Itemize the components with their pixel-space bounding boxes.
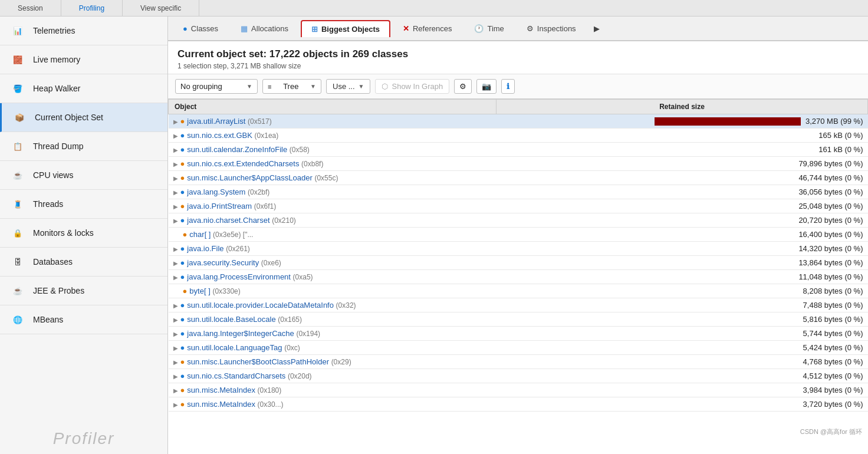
table-row[interactable]: ▶●java.io.PrintStream (0x6f1)25,048 byte… bbox=[169, 199, 868, 213]
sidebar-item-thread-dump[interactable]: 📋 Thread Dump bbox=[0, 132, 167, 161]
sidebar-item-telemetries[interactable]: 📊 Telemetries bbox=[0, 17, 167, 45]
table-row[interactable]: ●byte[ ] (0x330e)8,208 bytes (0 %) bbox=[169, 284, 868, 298]
table-row[interactable]: ▶●sun.nio.cs.StandardCharsets (0x20d)4,5… bbox=[169, 369, 868, 383]
obj-class-name[interactable]: java.io.PrintStream bbox=[187, 202, 252, 210]
obj-class-name[interactable]: sun.misc.MetaIndex bbox=[187, 386, 255, 394]
table-row[interactable]: ▶●java.lang.ProcessEnvironment (0xa5)11,… bbox=[169, 270, 868, 284]
expand-btn[interactable]: ▶ bbox=[173, 133, 178, 139]
table-row[interactable]: ▶●sun.util.locale.LanguageTag (0xc)5,424… bbox=[169, 341, 868, 355]
tree-select[interactable]: ≡ Tree ▼ bbox=[262, 79, 321, 94]
table-row[interactable]: ▶●sun.util.locale.BaseLocale (0x165)5,81… bbox=[169, 312, 868, 327]
expand-btn[interactable]: ▶ bbox=[173, 203, 178, 210]
expand-btn[interactable]: ▶ bbox=[173, 402, 178, 408]
tab-allocations[interactable]: ▦ Allocations bbox=[231, 20, 298, 37]
table-row[interactable]: ▶●sun.util.locale.provider.LocaleDataMet… bbox=[169, 298, 868, 312]
table-row[interactable]: ▶●sun.nio.cs.ext.ExtendedCharsets (0xb8f… bbox=[169, 157, 868, 171]
obj-class-name[interactable]: java.lang.Integer$IntegerCache bbox=[187, 329, 294, 338]
obj-id: (0x29) bbox=[331, 358, 351, 366]
table-row[interactable]: ▶●java.security.Security (0xe6)13,864 by… bbox=[169, 256, 868, 270]
obj-class-name[interactable]: java.util.ArrayList bbox=[187, 117, 245, 126]
expand-btn[interactable]: ▶ bbox=[173, 373, 178, 380]
tab-references[interactable]: ✕ References bbox=[393, 20, 462, 37]
obj-id: (0x517) bbox=[248, 117, 272, 126]
obj-class-name[interactable]: sun.util.locale.BaseLocale bbox=[187, 315, 275, 324]
table-row[interactable]: ▶●sun.nio.cs.ext.GBK (0x1ea)165 kB (0 %) bbox=[169, 129, 868, 143]
tab-classes[interactable]: ● Classes bbox=[173, 20, 228, 37]
sidebar-item-threads[interactable]: 🧵 Threads bbox=[0, 190, 167, 219]
expand-btn[interactable]: ▶ bbox=[173, 387, 178, 394]
tab-more[interactable]: ▶ bbox=[588, 21, 605, 36]
obj-id: (0x165) bbox=[278, 315, 302, 324]
expand-btn[interactable]: ▶ bbox=[173, 175, 178, 182]
table-row[interactable]: ▶●sun.misc.Launcher$BootClassPathHolder … bbox=[169, 355, 868, 369]
camera-icon-btn[interactable]: 📷 bbox=[476, 79, 497, 94]
table-row[interactable]: ▶●java.io.File (0x261)14,320 bytes (0 %) bbox=[169, 242, 868, 256]
expand-btn[interactable]: ▶ bbox=[173, 147, 178, 153]
table-row[interactable]: ▶●java.lang.Integer$IntegerCache (0x194)… bbox=[169, 327, 868, 341]
expand-btn[interactable]: ▶ bbox=[173, 246, 178, 252]
size-text: 5,744 bytes (0 %) bbox=[803, 329, 863, 338]
table-row[interactable]: ▶●java.nio.charset.Charset (0x210)20,720… bbox=[169, 213, 868, 228]
obj-class-name[interactable]: char[ ] bbox=[189, 230, 211, 239]
expand-btn[interactable]: ▶ bbox=[173, 302, 178, 309]
expand-btn[interactable]: ▶ bbox=[173, 359, 178, 366]
expand-btn[interactable]: ▶ bbox=[173, 218, 178, 224]
obj-class-name[interactable]: sun.misc.Launcher$AppClassLoader bbox=[187, 173, 312, 182]
table-row[interactable]: ▶●sun.misc.Launcher$AppClassLoader (0x55… bbox=[169, 171, 868, 185]
expand-btn[interactable]: ▶ bbox=[173, 331, 178, 337]
sidebar-item-monitors-locks[interactable]: 🔒 Monitors & locks bbox=[0, 219, 167, 248]
object-table-container[interactable]: Object Retained size ▶●java.util.ArrayLi… bbox=[168, 99, 868, 454]
sidebar-item-mbeans[interactable]: 🌐 MBeans bbox=[0, 305, 167, 334]
table-row[interactable]: ▶●java.lang.System (0x2bf)36,056 bytes (… bbox=[169, 185, 868, 199]
tab-time[interactable]: 🕐 Time bbox=[464, 20, 514, 37]
obj-class-name[interactable]: java.nio.charset.Charset bbox=[187, 216, 269, 225]
nav-view-specific[interactable]: View specific bbox=[123, 0, 199, 16]
obj-class-name[interactable]: java.security.Security bbox=[187, 258, 259, 267]
obj-class-name[interactable]: sun.misc.MetaIndex bbox=[187, 400, 255, 409]
tab-biggest-objects[interactable]: ⊞ Biggest Objects bbox=[301, 20, 390, 37]
expand-btn[interactable]: ▶ bbox=[173, 274, 178, 281]
sidebar-item-databases[interactable]: 🗄 Databases bbox=[0, 248, 167, 277]
expand-btn[interactable]: ▶ bbox=[173, 345, 178, 351]
table-row[interactable]: ▶●sun.misc.MetaIndex (0x180)3,984 bytes … bbox=[169, 383, 868, 397]
nav-profiling[interactable]: Profiling bbox=[61, 0, 123, 16]
obj-class-name[interactable]: sun.nio.cs.StandardCharsets bbox=[187, 371, 285, 380]
sidebar-item-label: JEE & Probes bbox=[33, 286, 84, 295]
info-icon-btn[interactable]: ℹ bbox=[501, 79, 515, 94]
table-row[interactable]: ▶●sun.misc.MetaIndex (0x30...)3,720 byte… bbox=[169, 397, 868, 412]
table-row[interactable]: ▶●sun.util.calendar.ZoneInfoFile (0x58)1… bbox=[169, 143, 868, 157]
table-row[interactable]: ●char[ ] (0x3e5e) ["...16,400 bytes (0 %… bbox=[169, 228, 868, 242]
expand-btn[interactable]: ▶ bbox=[173, 161, 178, 167]
obj-class-name[interactable]: sun.util.calendar.ZoneInfoFile bbox=[187, 145, 287, 154]
sidebar-item-heap-walker[interactable]: 🪣 Heap Walker bbox=[0, 74, 167, 103]
obj-class-name[interactable]: byte[ ] bbox=[189, 287, 210, 295]
sidebar-item-cpu-views[interactable]: ☕ CPU views bbox=[0, 161, 167, 190]
use-button[interactable]: Use ... ▼ bbox=[326, 79, 370, 94]
obj-class-name[interactable]: java.io.File bbox=[187, 244, 223, 253]
nav-session[interactable]: Session bbox=[0, 0, 61, 16]
expand-btn[interactable]: ▶ bbox=[173, 119, 178, 125]
sidebar-item-jee-probes[interactable]: ☕ JEE & Probes bbox=[0, 277, 167, 305]
obj-type-icon: ● bbox=[183, 230, 188, 239]
obj-class-name[interactable]: java.lang.ProcessEnvironment bbox=[187, 272, 291, 281]
expand-btn[interactable]: ▶ bbox=[173, 317, 178, 323]
sidebar-item-current-object-set[interactable]: 📦 Current Object Set bbox=[0, 103, 167, 132]
obj-class-name[interactable]: sun.nio.cs.ext.ExtendedCharsets bbox=[187, 159, 299, 168]
table-cell-object: ▶●sun.misc.MetaIndex (0x30...) bbox=[169, 397, 497, 412]
tab-inspections[interactable]: ⚙ Inspections bbox=[517, 20, 586, 37]
table-row[interactable]: ▶●java.util.ArrayList (0x517)3,270 MB (9… bbox=[169, 114, 868, 129]
sidebar-item-live-memory[interactable]: 🧱 Live memory bbox=[0, 45, 167, 74]
settings-icon-btn[interactable]: ⚙ bbox=[454, 79, 472, 94]
table-cell-object: ▶●java.lang.Integer$IntegerCache (0x194) bbox=[169, 327, 497, 341]
obj-class-name[interactable]: sun.util.locale.LanguageTag bbox=[187, 343, 282, 352]
obj-class-name[interactable]: sun.misc.Launcher$BootClassPathHolder bbox=[187, 357, 329, 366]
obj-class-name[interactable]: sun.util.locale.provider.LocaleDataMetaI… bbox=[187, 301, 334, 310]
show-graph-button[interactable]: ⬡ Show In Graph bbox=[375, 79, 449, 94]
obj-class-name[interactable]: java.lang.System bbox=[187, 187, 245, 196]
grouping-select[interactable]: No grouping ▼ bbox=[175, 79, 258, 94]
expand-btn[interactable]: ▶ bbox=[173, 260, 178, 267]
expand-btn[interactable]: ▶ bbox=[173, 189, 178, 196]
table-cell-size: 3,270 MB (99 %) bbox=[496, 114, 867, 129]
table-cell-object: ▶●java.io.PrintStream (0x6f1) bbox=[169, 199, 497, 213]
obj-class-name[interactable]: sun.nio.cs.ext.GBK bbox=[187, 131, 252, 140]
